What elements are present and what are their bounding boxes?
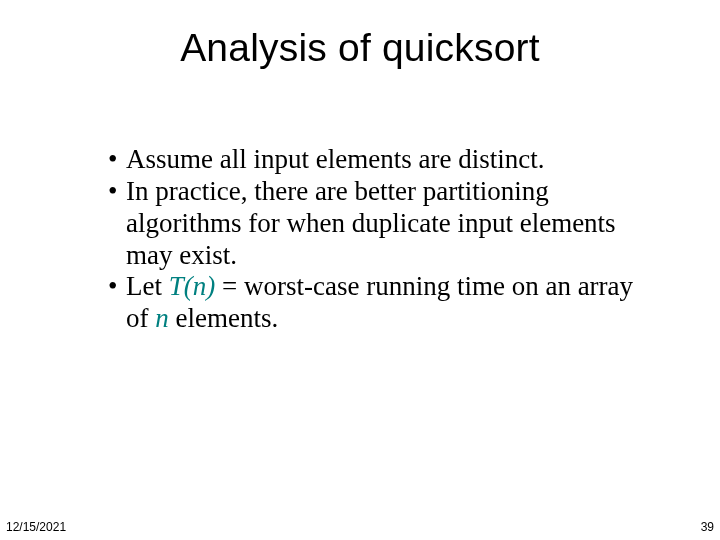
math-var: n — [155, 303, 169, 333]
footer-date: 12/15/2021 — [6, 520, 66, 534]
text-run: Let — [126, 271, 169, 301]
bullet-text: In practice, there are better partitioni… — [126, 176, 648, 272]
bullet-item: • Let T(n) = worst-case running time on … — [108, 271, 648, 335]
slide: Analysis of quicksort • Assume all input… — [0, 0, 720, 540]
bullet-mark: • — [108, 144, 126, 176]
bullet-mark: • — [108, 176, 126, 272]
text-run: elements. — [169, 303, 278, 333]
footer-page-number: 39 — [701, 520, 714, 534]
slide-title: Analysis of quicksort — [0, 0, 720, 70]
bullet-text: Let T(n) = worst-case running time on an… — [126, 271, 648, 335]
bullet-mark: • — [108, 271, 126, 335]
bullet-item: • In practice, there are better partitio… — [108, 176, 648, 272]
math-var: T(n) — [169, 271, 216, 301]
slide-body: • Assume all input elements are distinct… — [108, 144, 648, 335]
bullet-text: Assume all input elements are distinct. — [126, 144, 648, 176]
bullet-item: • Assume all input elements are distinct… — [108, 144, 648, 176]
